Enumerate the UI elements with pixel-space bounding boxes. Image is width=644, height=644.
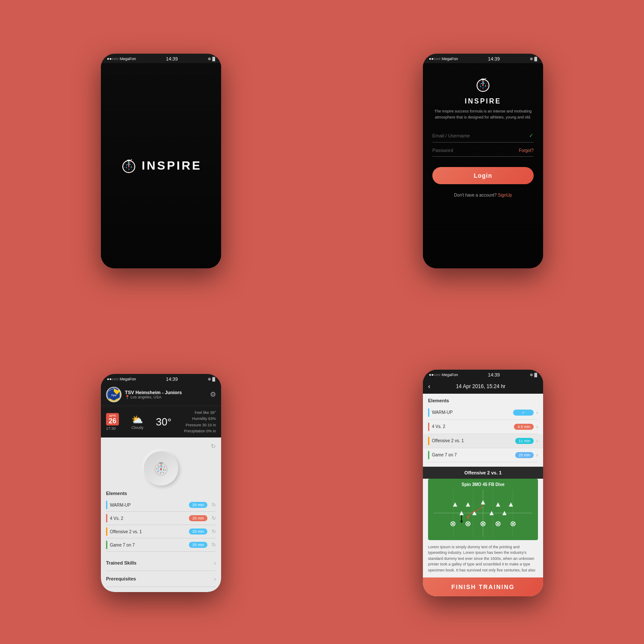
password-input[interactable] (432, 148, 513, 153)
settings-icon[interactable]: ⚙ (210, 390, 216, 398)
elements-section: Elements WARM-UP 20 min ↻ 4 Vs. 2 25 min… (106, 491, 216, 552)
detail-badge-0: ✓ (513, 410, 534, 416)
weather-icon-block: ⛅ Cloudy (131, 414, 143, 430)
detail-color-1 (428, 422, 429, 431)
quadrant-detail: ●●○○○ MegaFon 14:39 ⊕ ▓ ‹ 14 Apr 2016, 1… (322, 322, 644, 644)
splash-screen: INSPIRE (101, 63, 221, 268)
date-display: APR 26 (106, 413, 119, 425)
prerequisites-label: Prerequisites (106, 576, 136, 581)
trained-skills-label: Trained Skills (106, 560, 137, 565)
element-color-game7 (106, 541, 107, 549)
trained-skills-chevron: › (214, 559, 216, 566)
detail-el-name-0: WARM-UP (432, 410, 510, 415)
detail-body: Elements WARM-UP ✓ › 4 Vs. 2 4.5 min › O… (423, 394, 543, 597)
element-color-warmup (106, 501, 107, 509)
element-name-1: 4 Vs. 2 (110, 516, 186, 521)
element-badge-1: 25 min (189, 515, 207, 521)
svg-point-3 (128, 166, 130, 167)
icons-detail: ⊕ ▓ (530, 373, 537, 377)
element-refresh-0[interactable]: ↻ (212, 502, 216, 508)
detail-chevron-1: › (536, 424, 538, 430)
temperature-display: 30° (156, 416, 171, 428)
quadrant-login: ●●○○○ MegaFon 14:39 ⊕ ▓ INSPIRE (322, 0, 644, 322)
detail-chevron-2: › (536, 438, 538, 444)
team-location-label: 📍 Los angeles, USA (125, 395, 182, 399)
refresh-icon-main[interactable]: ↻ (211, 443, 216, 450)
login-icon (474, 76, 492, 95)
carrier-dashboard: ●●○○○ MegaFon (107, 377, 136, 381)
element-row-1: 4 Vs. 2 25 min ↻ (106, 512, 216, 525)
stopwatch-circle (144, 451, 178, 486)
element-refresh-1[interactable]: ↻ (212, 515, 216, 521)
trained-skills-row[interactable]: Trained Skills › (106, 555, 216, 571)
email-field-container: ✓ (432, 129, 534, 143)
detail-row-2[interactable]: Offensive 2 vs. 1 11 min › (423, 434, 543, 448)
precipitation: Precipitation 0% in (184, 428, 216, 434)
signup-text-container: Don't have a account? SignUp (454, 193, 512, 197)
svg-line-14 (485, 78, 486, 79)
detail-chevron-3: › (536, 452, 538, 458)
back-button[interactable]: ‹ (428, 383, 430, 390)
svg-point-11 (482, 85, 484, 86)
elements-title: Elements (106, 491, 216, 496)
status-bar-dashboard: ●●○○○ MegaFon 14:39 ⊕ ▓ (101, 374, 221, 383)
team-badge: TSV (106, 387, 122, 402)
team-info: TSV TSV Heimsheim - Juniors 📍 Los angele… (106, 387, 182, 402)
svg-point-21 (160, 468, 162, 470)
weather-details: Feel like 38° Humidity 63% Pressure 30.1… (184, 410, 216, 434)
feel-like: Feel like 38° (184, 410, 216, 416)
time-login: 14:39 (488, 56, 500, 61)
weather-icon: ⛅ (131, 414, 143, 425)
signup-link[interactable]: SignUp (498, 193, 512, 197)
carrier-login: ●●○○○ MegaFon (429, 57, 458, 61)
date-block: APR 26 17:30 (106, 413, 119, 431)
signup-prompt: Don't have a account? (454, 193, 497, 197)
login-button[interactable]: Login (432, 167, 534, 184)
svg-text:TSV: TSV (111, 393, 117, 396)
element-refresh-2[interactable]: ↻ (212, 529, 216, 535)
element-refresh-3[interactable]: ↻ (212, 542, 216, 548)
detail-color-3 (428, 451, 429, 459)
status-bar-splash: ●●○○○ MegaFon 14:39 ⊕ ▓ (101, 54, 221, 63)
element-row-2: Offensive 2 vs. 1 20 min ↻ (106, 525, 216, 538)
prerequisites-row[interactable]: Prerequisites › (106, 571, 216, 587)
login-content: INSPIRE The Inspire success formula is a… (432, 72, 534, 197)
status-bar-login: ●●○○○ MegaFon 14:39 ⊕ ▓ (423, 54, 543, 63)
login-title: INSPIRE (465, 97, 501, 105)
detail-elements-section: Elements WARM-UP ✓ › 4 Vs. 2 4.5 min › O… (423, 394, 543, 467)
element-name-3: Game 7 on 7 (110, 543, 186, 547)
detail-row-0[interactable]: WARM-UP ✓ › (428, 406, 538, 420)
dashboard-body: ↻ Elements WARM-UP 20 min ↻ (101, 437, 221, 592)
field-diagram: Spin 3MO 45 FB Dive (428, 479, 538, 540)
stopwatch-icon-dashboard (152, 459, 170, 478)
team-name-label: TSV Heimsheim - Juniors (125, 390, 182, 395)
element-row-0: WARM-UP 20 min ↻ (106, 498, 216, 512)
finish-training-button[interactable]: FINISH TRAINING (423, 577, 543, 596)
detail-badge-1: 4.5 min (514, 424, 534, 430)
stopwatch-icon-login (474, 76, 492, 93)
email-input[interactable] (432, 133, 513, 138)
pressure: Pressure 30.10 in (184, 422, 216, 428)
team-name-block: TSV Heimsheim - Juniors 📍 Los angeles, U… (125, 390, 182, 399)
phone-splash: ●●○○○ MegaFon 14:39 ⊕ ▓ INSPIRE (101, 54, 221, 268)
detail-color-2 (428, 437, 429, 445)
phone-detail: ●●○○○ MegaFon 14:39 ⊕ ▓ ‹ 14 Apr 2016, 1… (423, 370, 543, 597)
detail-row-3[interactable]: Game 7 on 7 25 min › (428, 448, 538, 462)
element-color-off2vs1 (106, 527, 107, 536)
detail-badge-3: 25 min (515, 452, 534, 458)
humidity: Humidity 63% (184, 416, 216, 422)
detail-el-name-1: 4 Vs. 2 (432, 424, 511, 429)
description-section: Lorem Ipsum is simply dummy text of the … (423, 540, 543, 578)
detail-color-0 (428, 408, 429, 417)
email-check-icon: ✓ (529, 132, 534, 139)
icons-login: ⊕ ▓ (530, 57, 537, 61)
splash-logo: INSPIRE (120, 157, 202, 174)
play-section: Offensive 2 vs. 1 (423, 467, 543, 479)
detail-badge-2: 11 min (515, 438, 534, 444)
forgot-link[interactable]: Forgot? (519, 148, 534, 153)
detail-chevron-0: › (536, 410, 538, 416)
status-bar-detail: ●●○○○ MegaFon 14:39 ⊕ ▓ (423, 370, 543, 379)
detail-row-1[interactable]: 4 Vs. 2 4.5 min › (428, 420, 538, 434)
detail-header: ‹ 14 Apr 2016, 15:24 hr (423, 379, 543, 394)
prerequisites-chevron: › (214, 575, 216, 582)
